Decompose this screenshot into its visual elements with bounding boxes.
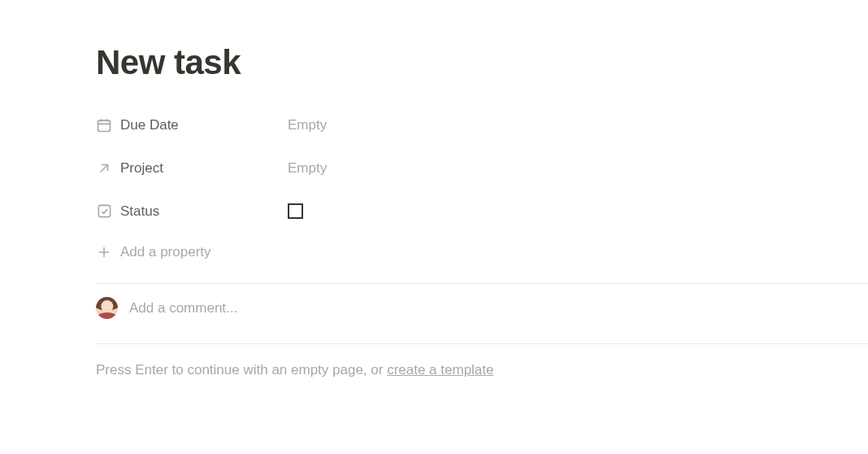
svg-rect-0 [98, 120, 111, 131]
properties-section: Due Date Empty Project Empty [96, 103, 868, 272]
arrow-up-right-icon [96, 160, 112, 177]
body-hint-text: Press Enter to continue with an empty pa… [96, 362, 387, 378]
status-checkbox[interactable] [288, 203, 303, 219]
property-row-project: Project Empty [96, 146, 868, 190]
property-value-project[interactable]: Empty [288, 160, 327, 177]
add-property-label: Add a property [120, 244, 211, 260]
add-property-button[interactable]: Add a property [96, 233, 868, 272]
create-template-link[interactable]: create a template [387, 362, 493, 378]
comment-placeholder: Add a comment... [129, 300, 237, 316]
property-label-text: Status [120, 203, 159, 220]
plus-icon [96, 244, 112, 260]
body-hint: Press Enter to continue with an empty pa… [96, 344, 868, 378]
property-label-due-date[interactable]: Due Date [96, 117, 288, 133]
checkbox-icon [96, 203, 112, 220]
comment-input[interactable]: Add a comment... [96, 284, 868, 332]
svg-rect-5 [98, 205, 110, 216]
property-row-due-date: Due Date Empty [96, 103, 868, 146]
property-label-text: Project [120, 160, 163, 177]
avatar [96, 297, 118, 319]
svg-line-4 [101, 164, 108, 172]
property-row-status: Status [96, 190, 868, 233]
property-value-due-date[interactable]: Empty [288, 117, 327, 133]
page-title[interactable]: New task [96, 43, 868, 82]
property-label-status[interactable]: Status [96, 203, 288, 220]
property-label-text: Due Date [120, 117, 179, 133]
property-label-project[interactable]: Project [96, 160, 288, 177]
calendar-icon [96, 117, 112, 133]
